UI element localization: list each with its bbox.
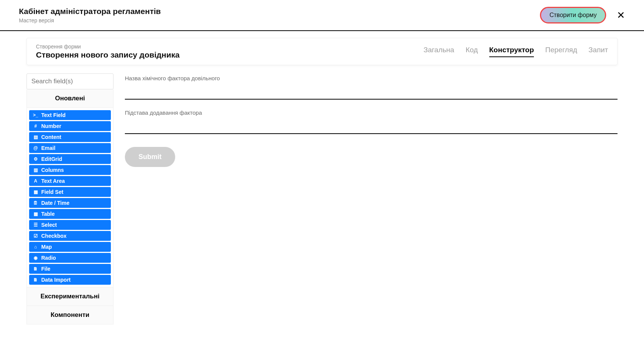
tab-request[interactable]: Запит [588,46,608,57]
tab-general[interactable]: Загальна [423,46,454,57]
field-label: Назва хімічного фактора довільного [125,75,618,81]
component-label: Map [41,244,52,250]
component-label: Date / Time [41,200,69,206]
component-file[interactable]: 🗎 File [29,264,111,274]
main-area: Оновлені >_ Text Field # Number ▤ Conten… [26,73,618,324]
component-label: Columns [41,167,64,173]
field-label: Підстава додавання фактора [125,109,618,116]
components-list: >_ Text Field # Number ▤ Content @ Email… [26,108,114,287]
sidebar-group-components[interactable]: Компоненти [26,306,114,324]
chemical-name-input[interactable] [125,85,618,100]
doc-icon: ▤ [33,134,38,140]
list-icon: ☰ [33,222,38,228]
breadcrumb: Створення форми [36,44,180,50]
gear-icon: ⚙ [33,156,38,162]
sidebar-group-experimental[interactable]: Експериментальні [26,287,114,306]
terminal-icon: >_ [33,112,38,118]
component-label: Table [41,211,55,217]
component-number[interactable]: # Number [29,121,111,131]
home-icon: ⌂ [33,244,38,250]
field-reason[interactable]: Підстава додавання фактора [125,109,618,134]
close-icon: ✕ [617,9,625,21]
component-label: EditGrid [41,156,62,162]
sidebar-group-updated[interactable]: Оновлені [26,89,114,108]
radio-icon: ◉ [33,255,38,260]
close-button[interactable]: ✕ [617,10,625,20]
search-input[interactable] [26,73,114,89]
header-right: Створити форму ✕ [540,7,625,23]
component-map[interactable]: ⌂ Map [29,242,111,252]
component-radio[interactable]: ◉ Radio [29,253,111,263]
sub-header: Створення форми Створення нового запису … [26,38,618,65]
table-icon: ▦ [33,211,38,217]
component-table[interactable]: ▦ Table [29,209,111,219]
component-label: Radio [41,255,56,261]
component-text-field[interactable]: >_ Text Field [29,110,111,120]
hash-icon: # [33,123,38,129]
reason-input[interactable] [125,120,618,134]
component-columns[interactable]: ▥ Columns [29,165,111,175]
tab-code[interactable]: Код [465,46,478,57]
tabs: Загальна Код Конструктор Перегляд Запит [423,46,608,57]
component-label: Field Set [41,189,63,195]
columns-icon: ▥ [33,167,38,173]
component-label: Checkbox [41,233,67,239]
sidebar: Оновлені >_ Text Field # Number ▤ Conten… [26,73,114,324]
component-checkbox[interactable]: ☑ Checkbox [29,231,111,241]
app-title: Кабінет адміністратора регламентів [19,7,161,16]
check-icon: ☑ [33,233,38,239]
page-title: Створення нового запису довідника [36,50,180,59]
font-icon: A [33,178,38,184]
component-label: Text Area [41,178,65,184]
form-canvas: Назва хімічного фактора довільного Підст… [125,73,618,167]
sub-header-left: Створення форми Створення нового запису … [36,44,180,59]
calendar-icon: 🗓 [33,200,38,206]
component-data-import[interactable]: 🗎 Data Import [29,275,111,285]
component-label: Content [41,134,61,140]
submit-button[interactable]: Submit [125,147,175,167]
file-icon: 🗎 [33,277,38,282]
component-fieldset[interactable]: ▦ Field Set [29,187,111,197]
component-email[interactable]: @ Email [29,143,111,153]
component-label: File [41,266,50,272]
field-chemical-name[interactable]: Назва хімічного фактора довільного [125,75,618,100]
component-editgrid[interactable]: ⚙ EditGrid [29,154,111,164]
component-content[interactable]: ▤ Content [29,132,111,142]
component-textarea[interactable]: A Text Area [29,176,111,186]
grid-icon: ▦ [33,189,38,195]
component-label: Text Field [41,112,65,118]
component-label: Select [41,222,57,228]
component-label: Email [41,145,55,151]
tab-preview[interactable]: Перегляд [545,46,577,57]
create-form-button[interactable]: Створити форму [540,7,606,23]
app-subtitle: Мастер версія [19,17,161,23]
component-label: Data Import [41,277,71,283]
component-select[interactable]: ☰ Select [29,220,111,230]
component-datetime[interactable]: 🗓 Date / Time [29,198,111,208]
file-icon: 🗎 [33,266,38,271]
top-header: Кабінет адміністратора регламентів Масте… [0,0,644,31]
at-icon: @ [33,145,38,151]
component-label: Number [41,123,61,129]
header-left: Кабінет адміністратора регламентів Масте… [19,7,161,23]
tab-constructor[interactable]: Конструктор [489,46,534,57]
